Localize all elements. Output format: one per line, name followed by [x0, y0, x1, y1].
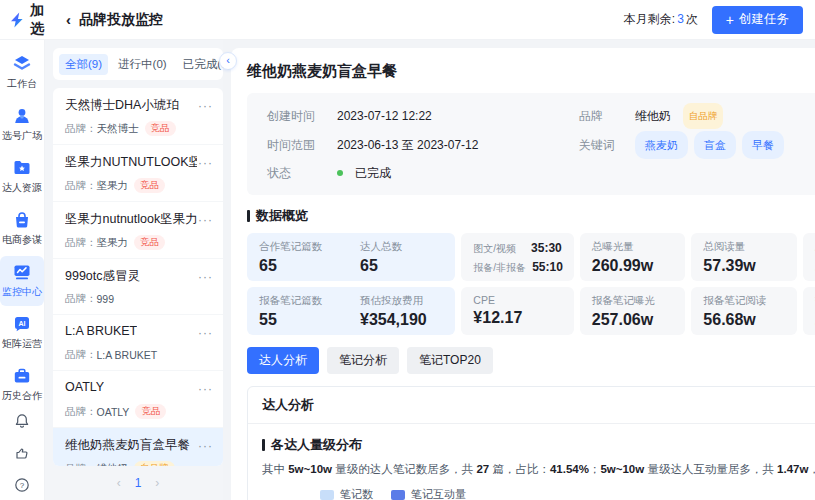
metric: 预估投放费用¥354,190 — [360, 294, 427, 329]
metric-value: ¥12.17 — [473, 309, 561, 327]
analysis-tab[interactable]: 达人分析 — [247, 347, 319, 374]
status-label: 状态 — [267, 161, 337, 185]
collapse-panel-icon[interactable]: ‹ — [219, 52, 237, 70]
task-list-item[interactable]: 天然博士DHA小琥珀···品牌：天然博士竞品 — [53, 88, 223, 144]
task-item-title: OATLY — [65, 380, 104, 394]
chart-summary-text: 其中 5w~10w 量级的达人笔记数居多，共 27 篇，占比：41.54%；5w… — [262, 462, 815, 477]
task-item-title: 坚果力nutnutlook坚果力 — [65, 211, 197, 228]
monthly-quota: 本月剩余:3次 — [624, 11, 698, 28]
task-brand-label: 品牌： — [65, 462, 97, 467]
competitor-tag: 竞品 — [145, 121, 176, 136]
task-item-title: 999otc感冒灵 — [65, 268, 140, 285]
next-page-icon[interactable]: › — [155, 476, 159, 490]
created-label: 创建时间 — [267, 104, 337, 128]
chart-legend: 笔记数笔记互动量 — [320, 487, 815, 500]
metric-label: 达人总数 — [360, 240, 402, 254]
metric-label: 总阅读量 — [703, 240, 785, 254]
overview-section-title: 数据概览 — [247, 207, 815, 225]
topbar: 加选 ‹ 品牌投放监控 本月剩余:3次 + 创建任务 — [0, 0, 815, 40]
task-list-item[interactable]: 坚果力NUTNUTLOOK坚果力...···品牌：坚果力竞品 — [53, 144, 223, 201]
metric-card: 总阅读量57.39w — [691, 233, 797, 281]
back-icon[interactable]: ‹ — [66, 11, 71, 28]
feedback-icon[interactable] — [13, 444, 31, 462]
status-dot-icon — [337, 170, 343, 176]
analysis-tab[interactable]: 笔记分析 — [327, 347, 399, 374]
sidebar-item-briefcase[interactable]: 历史合作 — [0, 360, 44, 410]
sidebar-item-folder-star[interactable]: 达人资源 — [0, 152, 44, 202]
sidebar-item-label: 历史合作 — [2, 389, 42, 403]
metric-label: 报备笔记曝光 — [592, 294, 674, 308]
sidebar-item-monitor-chart[interactable]: 监控中心 — [0, 256, 44, 306]
metric-label: 报备/非报备 — [473, 261, 526, 275]
sidebar: 工作台选号广场达人资源电商参谋监控中心AI矩阵运营历史合作 ? — [0, 40, 45, 500]
help-icon[interactable]: ? — [13, 476, 31, 494]
legend-label: 笔记数 — [340, 487, 373, 500]
task-brand-value: 999 — [97, 293, 115, 305]
sidebar-item-ai[interactable]: AI矩阵运营 — [0, 308, 44, 358]
sidebar-item-workbench[interactable]: 工作台 — [0, 48, 44, 98]
more-options-icon[interactable]: ··· — [198, 437, 213, 455]
bell-icon[interactable] — [13, 412, 31, 430]
more-options-icon[interactable]: ··· — [198, 380, 213, 398]
prev-page-icon[interactable]: ‹ — [117, 476, 121, 490]
legend-item[interactable]: 笔记互动量 — [391, 487, 466, 500]
folder-star-icon — [12, 158, 32, 178]
task-brand-value: 天然博士 — [97, 122, 139, 136]
competitor-tag: 竞品 — [135, 404, 166, 419]
pagination: ‹ 1 › — [53, 466, 223, 500]
task-brand-label: 品牌： — [65, 405, 97, 419]
keyword-tag: 燕麦奶 — [635, 131, 688, 159]
monitor-chart-icon — [12, 262, 32, 282]
task-brand-value: OATLY — [97, 406, 130, 418]
app-logo[interactable]: 加选 — [8, 2, 54, 38]
metric: 合作笔记篇数65 — [259, 240, 322, 275]
keyword-tag: 盲盒 — [694, 131, 736, 159]
task-brand-value: 维他奶 — [97, 462, 129, 467]
range-value: 2023-06-13 至 2023-07-12 — [337, 133, 579, 157]
metric-row: 合作笔记篇数65达人总数65图文/视频35:30报备/非报备55:10总曝光量2… — [247, 233, 815, 281]
analysis-section: 达人分析 各达人量级分布 其中 5w~10w 量级的达人笔记数居多，共 27 篇… — [247, 386, 815, 500]
own-brand-tag: 自品牌 — [134, 461, 175, 466]
status-value: 已完成 — [337, 161, 579, 185]
bag-icon — [12, 210, 32, 230]
metric-label: 报备笔记阅读 — [703, 294, 785, 308]
logo-icon — [8, 11, 26, 29]
plus-icon: + — [726, 12, 734, 28]
more-options-icon[interactable]: ··· — [198, 268, 213, 286]
metric-row: 报备笔记篇数55预估投放费用¥354,190CPE¥12.17报备笔记曝光257… — [247, 287, 815, 335]
more-options-icon[interactable]: ··· — [198, 211, 213, 229]
more-options-icon[interactable]: ··· — [198, 97, 213, 115]
more-options-icon[interactable]: ··· — [198, 154, 213, 172]
task-list-item[interactable]: 999otc感冒灵···品牌：999 — [53, 258, 223, 314]
page-number[interactable]: 1 — [135, 476, 142, 490]
legend-item[interactable]: 笔记数 — [320, 487, 373, 500]
analysis-tab[interactable]: 笔记TOP20 — [407, 347, 493, 374]
metric-card: 总曝光量260.99w — [580, 233, 686, 281]
metric-value: 260.99w — [592, 257, 674, 275]
legend-swatch — [391, 490, 405, 500]
sidebar-item-label: 选号广场 — [2, 129, 42, 143]
sidebar-item-label: 达人资源 — [2, 181, 42, 195]
metric-card: 报备笔记曝光257.06w — [580, 287, 686, 335]
competitor-tag: 竞品 — [134, 235, 165, 250]
task-item-title: 坚果力NUTNUTLOOK坚果力... — [65, 154, 197, 171]
chart-block-title: 各达人量级分布 — [262, 436, 815, 454]
task-list-item[interactable]: OATLY···品牌：OATLY竞品 — [53, 370, 223, 427]
metric: 图文/视频35:30 — [473, 241, 561, 256]
metric-card: 总互动量2.9w — [803, 233, 815, 281]
create-task-button[interactable]: + 创建任务 — [712, 6, 803, 34]
task-tab[interactable]: 全部(9) — [59, 54, 108, 75]
more-options-icon[interactable]: ··· — [198, 324, 213, 342]
logo-text: 加选 — [30, 2, 54, 38]
metric-label: CPE — [473, 294, 561, 306]
task-tab[interactable]: 进行中(0) — [112, 54, 173, 75]
sidebar-item-bag[interactable]: 电商参谋 — [0, 204, 44, 254]
metric-value: 57.39w — [703, 257, 785, 275]
task-list-item[interactable]: 坚果力nutnutlook坚果力···品牌：坚果力竞品 — [53, 201, 223, 258]
sidebar-item-user[interactable]: 选号广场 — [0, 100, 44, 150]
metrics-area: 合作笔记篇数65达人总数65图文/视频35:30报备/非报备55:10总曝光量2… — [247, 233, 815, 335]
metric-label: 预估投放费用 — [360, 294, 427, 308]
task-list-item[interactable]: L:A BRUKET···品牌：L:A BRUKET — [53, 314, 223, 370]
task-list-item[interactable]: 维他奶燕麦奶盲盒早餐···品牌：维他奶自品牌 — [53, 427, 223, 466]
page-title: 品牌投放监控 — [79, 11, 163, 29]
